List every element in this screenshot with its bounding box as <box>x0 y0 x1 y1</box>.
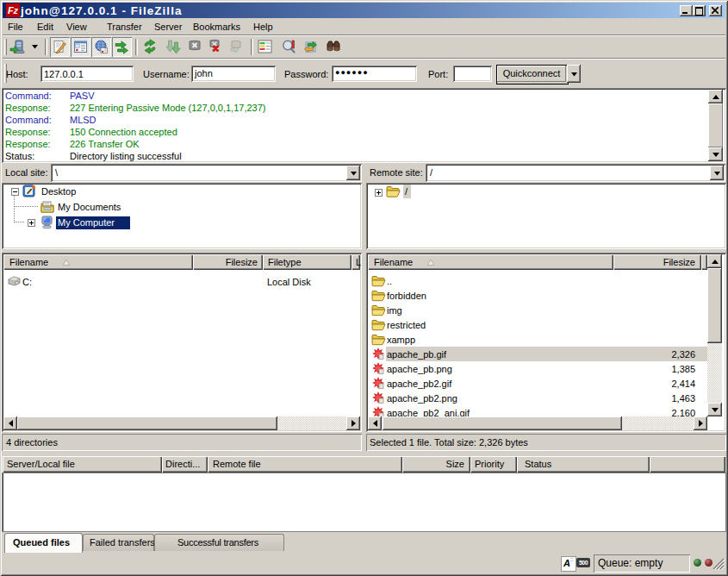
svg-text:Fz: Fz <box>8 5 19 16</box>
